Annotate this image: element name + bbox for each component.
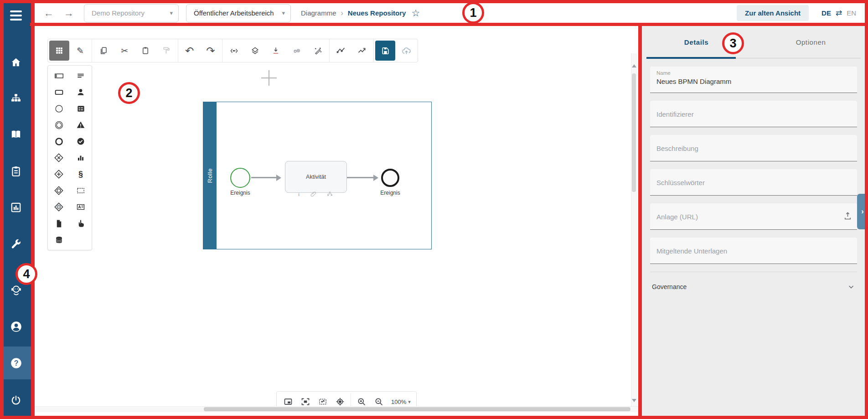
palette-gateway-parallel[interactable] bbox=[48, 166, 70, 182]
governance-section-header[interactable]: Governance bbox=[650, 272, 857, 301]
upload-button[interactable] bbox=[843, 211, 852, 221]
trend-line-button[interactable] bbox=[352, 41, 372, 61]
palette-person[interactable] bbox=[70, 84, 92, 100]
sidebar-item-logout[interactable] bbox=[0, 388, 32, 412]
copy-button[interactable] bbox=[93, 41, 114, 61]
forward-button[interactable]: → bbox=[64, 7, 74, 19]
start-event-shape[interactable] bbox=[230, 168, 250, 188]
breadcrumb-current[interactable]: Neues Repository bbox=[348, 9, 406, 17]
keywords-input[interactable] bbox=[656, 179, 851, 186]
zoom-level-value[interactable]: 100% bbox=[391, 398, 406, 405]
attachment-field-card bbox=[650, 203, 857, 230]
documents-input[interactable] bbox=[656, 247, 851, 255]
undo-icon: ↶ bbox=[185, 46, 194, 56]
zoom-level-caret-icon[interactable]: ▾ bbox=[408, 399, 411, 404]
polyline-button[interactable] bbox=[331, 41, 351, 61]
diagram-canvas[interactable]: ✎ ✂ bbox=[35, 26, 639, 419]
language-active[interactable]: DE bbox=[822, 9, 831, 17]
publish-button[interactable] bbox=[396, 41, 416, 61]
redo-button[interactable]: ↷ bbox=[201, 41, 221, 61]
palette-gateway-event[interactable] bbox=[48, 199, 70, 215]
task-shape[interactable]: Aktivität bbox=[285, 161, 347, 193]
sidebar-item-administration[interactable] bbox=[0, 232, 32, 256]
sidebar-item-reports[interactable] bbox=[0, 196, 32, 219]
forward-icon: → bbox=[64, 7, 74, 19]
description-input[interactable] bbox=[656, 145, 851, 152]
paste-button[interactable] bbox=[135, 41, 155, 61]
palette-chart[interactable] bbox=[70, 150, 92, 166]
undo-button[interactable]: ↶ bbox=[180, 41, 200, 61]
tab-details[interactable]: Details bbox=[639, 38, 754, 46]
sidebar-item-help[interactable]: ? bbox=[0, 351, 32, 375]
cut-button[interactable]: ✂ bbox=[114, 41, 134, 61]
sidebar-item-profile[interactable] bbox=[0, 315, 32, 338]
tab-options[interactable]: Optionen bbox=[754, 38, 868, 46]
grid-view-button[interactable] bbox=[49, 41, 69, 61]
name-input[interactable] bbox=[656, 78, 851, 85]
end-event-label: Ereignis bbox=[370, 190, 411, 196]
palette-start-event[interactable] bbox=[48, 100, 70, 117]
home-icon bbox=[10, 57, 22, 68]
panel-collapse-handle[interactable]: › bbox=[857, 194, 868, 229]
palette-gateway-inclusive[interactable] bbox=[48, 182, 70, 199]
trend-arrow-icon bbox=[357, 46, 367, 55]
sidebar-item-hierarchy[interactable] bbox=[0, 87, 32, 110]
language-swap-icon[interactable]: ⇄ bbox=[836, 8, 842, 18]
scroll-down-arrow[interactable] bbox=[632, 399, 636, 402]
back-button[interactable]: ← bbox=[44, 7, 54, 19]
end-event-shape[interactable] bbox=[381, 169, 399, 187]
clipboard-paste-icon bbox=[141, 47, 150, 55]
palette-paragraph[interactable]: § bbox=[70, 166, 92, 182]
repository-select[interactable]: Demo Repository ▾ bbox=[84, 4, 179, 22]
sidebar-item-home[interactable] bbox=[0, 51, 32, 74]
bar-chart-icon bbox=[10, 202, 22, 213]
palette-checklist[interactable] bbox=[70, 100, 92, 117]
sitemap-icon bbox=[10, 93, 22, 104]
freehand-button[interactable]: ✎ bbox=[70, 41, 90, 61]
layers-button[interactable] bbox=[245, 41, 265, 61]
workspace-select[interactable]: Öffentlicher Arbeitsbereich ▾ bbox=[186, 4, 291, 22]
palette-check[interactable] bbox=[70, 133, 92, 150]
info-icon: i bbox=[298, 191, 300, 197]
palette-manual-task[interactable] bbox=[70, 215, 92, 232]
palette-intermediate-event[interactable] bbox=[48, 117, 70, 133]
attributes-button[interactable] bbox=[224, 41, 244, 61]
palette-end-event[interactable] bbox=[48, 133, 70, 150]
palette-task[interactable] bbox=[48, 84, 70, 100]
bpmn-lane-header[interactable]: Rolle bbox=[203, 102, 217, 249]
scroll-up-arrow[interactable] bbox=[632, 64, 636, 67]
old-view-button[interactable]: Zur alten Ansicht bbox=[737, 5, 809, 21]
crosshair-cursor-icon bbox=[261, 70, 277, 86]
breadcrumb-section[interactable]: Diagramme bbox=[301, 9, 336, 17]
vertical-scrollbar-thumb[interactable] bbox=[632, 73, 636, 192]
sidebar-item-tasks[interactable] bbox=[0, 160, 32, 183]
bpmn-pool[interactable]: Rolle Ereignis Aktivität i Ereignis bbox=[203, 102, 432, 249]
favorite-star-icon[interactable]: ☆ bbox=[411, 8, 420, 19]
palette-document[interactable] bbox=[48, 215, 70, 232]
save-button[interactable] bbox=[375, 41, 395, 61]
palette-data-store[interactable] bbox=[48, 232, 70, 248]
toolbar-group-save bbox=[374, 39, 418, 62]
sidebar-item-manual[interactable] bbox=[0, 123, 32, 146]
language-inactive[interactable]: EN bbox=[847, 9, 856, 17]
warning-icon bbox=[76, 120, 85, 129]
import-button[interactable] bbox=[266, 41, 286, 61]
palette-selection-area[interactable] bbox=[70, 182, 92, 199]
palette-text-lines[interactable] bbox=[70, 67, 92, 84]
auto-layout-button[interactable] bbox=[308, 41, 328, 61]
palette-warning[interactable] bbox=[70, 117, 92, 133]
chevron-right-icon: › bbox=[861, 208, 863, 215]
sequence-flow-2[interactable] bbox=[347, 177, 373, 178]
format-painter-button[interactable] bbox=[156, 41, 176, 61]
identifier-input[interactable] bbox=[656, 110, 851, 118]
sequence-flow-1[interactable] bbox=[251, 177, 276, 178]
sidebar-item-menu[interactable] bbox=[0, 4, 32, 27]
symbols-button[interactable] bbox=[287, 41, 307, 61]
attachment-url-input[interactable] bbox=[656, 213, 835, 221]
palette-textbox[interactable] bbox=[70, 199, 92, 215]
toolbar-group-connectors bbox=[330, 39, 374, 62]
sidebar-item-assistant[interactable] bbox=[0, 278, 32, 302]
palette-gateway-exclusive[interactable] bbox=[48, 150, 70, 166]
palette-pool[interactable] bbox=[48, 67, 70, 84]
horizontal-scrollbar-thumb[interactable] bbox=[204, 407, 630, 411]
